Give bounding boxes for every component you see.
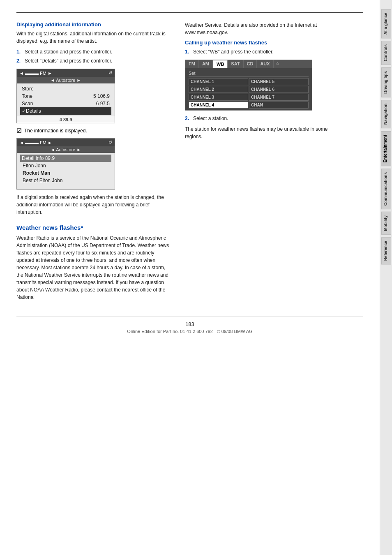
detail-line-3: Best of Elton John xyxy=(20,177,111,184)
channel-4: CHANNEL 4 xyxy=(189,102,248,109)
sidebar-tab-at-a-glance[interactable]: At a glance xyxy=(381,9,391,38)
menu-store: Store xyxy=(20,85,111,92)
radio-header-left-2: ◄ ▬▬▬ FM ► xyxy=(19,140,52,145)
menu-tone-freq: 5 106.9 xyxy=(93,93,110,99)
sidebar-tab-entertainment[interactable]: Entertainment xyxy=(381,131,391,166)
section-body-weather: Weather Radio is a service of the Nation… xyxy=(16,234,173,301)
sidebar-tab-controls[interactable]: Controls xyxy=(381,41,391,65)
step-1-text: Select a station and press the controlle… xyxy=(25,49,112,55)
calling-steps-list-2: 2. Select a station. xyxy=(185,115,341,122)
step-1: 1. Select a station and press the contro… xyxy=(16,48,173,56)
section-heading-weather: Weather news flashes* xyxy=(16,224,173,231)
page-footer: 183 Online Edition for Part no. 01 41 2 … xyxy=(16,317,363,334)
detail-line-2: Rocket Man xyxy=(20,169,111,177)
channel-1: CHANNEL 1 xyxy=(189,78,248,85)
weather-channel-display: FM AM WB SAT CD AUX ☆ Set CHANNE xyxy=(185,60,312,111)
weather-tab-cd: CD xyxy=(244,60,257,68)
weather-tab-wb: WB xyxy=(213,60,228,68)
sidebar-tab-driving-tips[interactable]: Driving tips xyxy=(381,67,391,97)
weather-tab-aux: AUX xyxy=(257,60,273,68)
step-1-num: 1. xyxy=(16,48,21,56)
weather-tab-fm: FM xyxy=(185,60,199,68)
channel-last: CHAN xyxy=(249,102,309,109)
detail-info-header: Detail info 89.9 xyxy=(20,155,111,162)
weather-display-body: Set CHANNEL 1 CHANNEL 5 CHANNEL 2 CHANNE… xyxy=(185,68,312,110)
right-column: Weather Service. Details are also provid… xyxy=(185,21,341,304)
section-calling-weather: Calling up weather news flashes 1. Selec… xyxy=(185,39,341,140)
section-displaying-info: Displaying additional information With t… xyxy=(16,21,173,216)
radio-header-1: ◄ ▬▬▬ FM ► ↺ xyxy=(17,69,115,77)
radio-header-2: ◄ ▬▬▬ FM ► ↺ xyxy=(17,139,115,146)
radio-freq-bottom-1: 4 89.9 xyxy=(17,116,115,123)
weather-channels-grid: CHANNEL 1 CHANNEL 5 CHANNEL 2 CHANNEL 6 … xyxy=(189,78,309,109)
checkmark-icon: ☑ xyxy=(16,127,22,134)
radio-subheader-2: ◄ Autostore ► xyxy=(17,146,115,153)
weather-tab-am: AM xyxy=(199,60,213,68)
calling-step-1-text: Select "WB" and press the controller. xyxy=(193,49,274,55)
page-number: 183 xyxy=(16,321,363,327)
steps-list-1: 1. Select a station and press the contro… xyxy=(16,48,173,65)
step-2: 2. Select "Details" and press the contro… xyxy=(16,57,173,65)
menu-details: ✓Details xyxy=(20,107,111,115)
calling-step-1-num: 1. xyxy=(185,48,189,56)
calling-steps-list: 1. Select "WB" and press the controller. xyxy=(185,48,341,56)
weather-set-row: Set xyxy=(189,70,309,77)
calling-step-2: 2. Select a station. xyxy=(185,115,341,122)
footer-text: Online Edition for Part no. 01 41 2 600 … xyxy=(127,329,252,334)
channel-6: CHANNEL 6 xyxy=(249,86,309,93)
section-heading-calling: Calling up weather news flashes xyxy=(185,39,341,46)
radio-display-2: ◄ ▬▬▬ FM ► ↺ ◄ Autostore ► Detail info 8… xyxy=(16,138,115,190)
detail-line-1: Elton John xyxy=(20,162,111,169)
step-2-num: 2. xyxy=(16,57,21,65)
sidebar: At a glance Controls Driving tips Naviga… xyxy=(380,0,392,555)
section-body-displaying: With the digital stations, additional in… xyxy=(16,30,173,45)
radio-body-2: Detail info 89.9 Elton John Rocket Man B… xyxy=(17,153,115,189)
weather-tabs-row: FM AM WB SAT CD AUX ☆ xyxy=(185,60,312,68)
weather-tab-sat: SAT xyxy=(228,60,243,68)
channel-2: CHANNEL 2 xyxy=(189,86,248,93)
right-body-weather-service: Weather Service. Details are also provid… xyxy=(185,21,341,36)
section-note-displaying: If a digital station is received again w… xyxy=(16,194,173,216)
channel-7: CHANNEL 7 xyxy=(249,94,309,101)
menu-scan-freq: 6 97.5 xyxy=(96,101,110,106)
sidebar-tab-navigation[interactable]: Navigation xyxy=(381,100,391,128)
calling-step-2-num: 2. xyxy=(185,115,189,122)
checkmark-line: ☑ The information is displayed. xyxy=(16,127,173,134)
step-2-text: Select "Details" and press the controlle… xyxy=(25,58,112,64)
radio-header-right-1: ↺ xyxy=(108,70,112,76)
menu-scan: Scan 6 97.5 xyxy=(20,100,111,107)
section-weather-flashes: Weather news flashes* Weather Radio is a… xyxy=(16,224,173,301)
weather-tab-icon: ☆ xyxy=(274,60,281,68)
calling-note: The station for weather news flashes may… xyxy=(185,125,341,140)
calling-step-1: 1. Select "WB" and press the controller. xyxy=(185,48,341,56)
menu-tone: Tone 5 106.9 xyxy=(20,92,111,100)
menu-tone-label: Tone xyxy=(22,93,32,99)
sidebar-tab-reference[interactable]: Reference xyxy=(381,237,391,264)
channel-5: CHANNEL 5 xyxy=(249,78,309,85)
radio-header-right-2: ↺ xyxy=(108,140,112,145)
sidebar-tab-communications[interactable]: Communications xyxy=(381,169,391,209)
calling-step-2-text: Select a station. xyxy=(193,116,228,121)
checkmark-text: The information is displayed. xyxy=(24,128,87,134)
menu-scan-label: Scan xyxy=(22,101,33,106)
left-column: Displaying additional information With t… xyxy=(16,21,173,304)
section-heading-displaying: Displaying additional information xyxy=(16,21,173,28)
radio-subheader-1: ◄ Autostore ► xyxy=(17,77,115,83)
radio-display-1: ◄ ▬▬▬ FM ► ↺ ◄ Autostore ► Store Tone 5 … xyxy=(16,69,115,123)
channel-3: CHANNEL 3 xyxy=(189,94,248,101)
sidebar-tab-mobility[interactable]: Mobility xyxy=(381,212,391,235)
radio-body-1: Store Tone 5 106.9 Scan 6 97.5 ✓Details xyxy=(17,83,115,116)
radio-header-left-1: ◄ ▬▬▬ FM ► xyxy=(19,71,52,76)
